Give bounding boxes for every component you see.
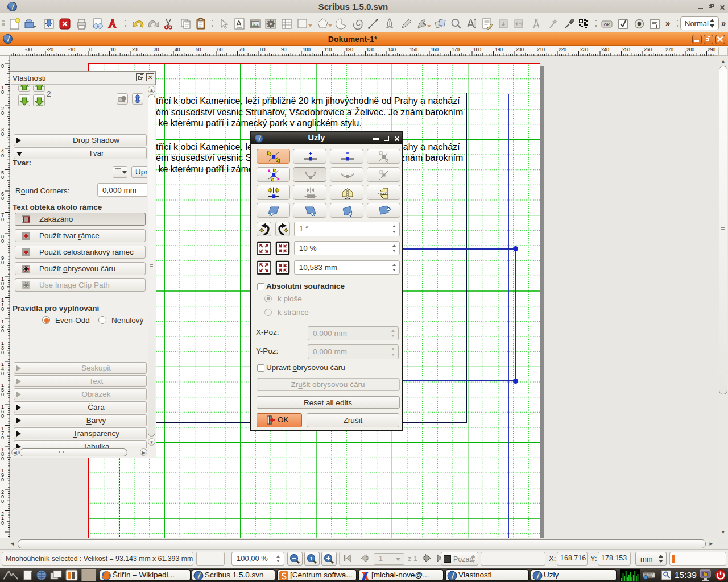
svg-text:1: 1 bbox=[309, 556, 312, 562]
svg-text:OK: OK bbox=[604, 23, 610, 27]
